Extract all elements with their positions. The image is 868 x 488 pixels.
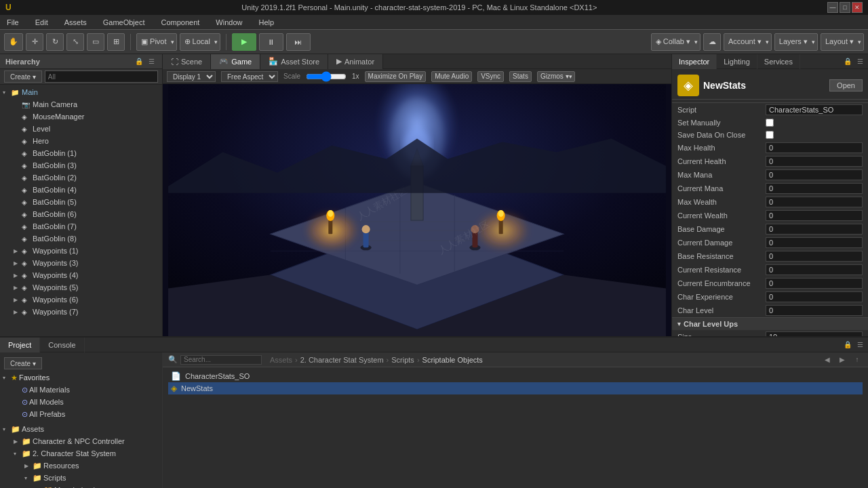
set-manually-checkbox[interactable] [766, 119, 774, 127]
asset-resources[interactable]: ▶ 📁 Resources [0, 460, 162, 472]
current-health-input[interactable] [766, 156, 863, 167]
hierarchy-lock-button[interactable]: 🔒 [134, 56, 144, 67]
hand-tool-button[interactable]: ✋ [4, 33, 23, 51]
play-button[interactable]: ▶ [232, 33, 256, 51]
move-tool-button[interactable]: ✛ [26, 33, 43, 51]
asset-monobehaviours[interactable]: 📁 Monobehaviours [0, 484, 162, 488]
max-health-input[interactable] [766, 142, 863, 153]
hierarchy-create-button[interactable]: Create ▾ [4, 70, 42, 83]
tab-animator[interactable]: ▶ Animator [328, 54, 383, 69]
mute-audio-button[interactable]: Mute Audio [431, 71, 472, 82]
stats-button[interactable]: Stats [509, 71, 532, 82]
menu-help[interactable]: Help [256, 17, 277, 28]
hierarchy-item-hero[interactable]: ◈ Hero [0, 135, 162, 147]
current-wealth-input[interactable] [766, 210, 863, 221]
current-resistance-input[interactable] [766, 264, 863, 275]
rect-tool-button[interactable]: ▭ [87, 33, 104, 51]
asset-scripts[interactable]: ▾ 📁 Scripts [0, 472, 162, 484]
hierarchy-item-main[interactable]: ▾ 📁 Main [0, 86, 162, 98]
display-select[interactable]: Display 1 [167, 71, 216, 82]
hierarchy-item-waypoints1[interactable]: ▶ ◈ Waypoints (1) [0, 245, 162, 257]
char-level-ups-section[interactable]: ▾ Char Level Ups [672, 317, 868, 330]
hierarchy-item-batgoblin1[interactable]: ◈ BatGoblin (1) [0, 147, 162, 159]
max-mana-input[interactable] [766, 169, 863, 180]
hierarchy-item-batgoblin4[interactable]: ◈ BatGoblin (4) [0, 184, 162, 196]
layers-button[interactable]: Layers ▾ [774, 33, 818, 51]
char-experience-input[interactable] [766, 291, 863, 302]
maximize-on-play-button[interactable]: Maximize On Play [365, 71, 427, 82]
menu-assets[interactable]: Assets [62, 17, 90, 28]
menu-component[interactable]: Component [158, 17, 202, 28]
project-create-button[interactable]: Create ▾ [4, 357, 42, 369]
menu-file[interactable]: File [4, 17, 22, 28]
project-lock-button[interactable]: 🔒 [842, 340, 853, 350]
minimize-button[interactable]: — [827, 2, 838, 13]
assets-root[interactable]: ▾ 📁 Assets [0, 423, 162, 435]
favorites-folder[interactable]: ▾ ★ Favorites [0, 371, 162, 384]
file-characterstats-so[interactable]: 📄 CharacterStats_SO [168, 370, 863, 382]
all-models-item[interactable]: ⊙ All Models [0, 396, 162, 408]
current-encumbrance-input[interactable] [766, 278, 863, 289]
layout-button[interactable]: Layout ▾ [821, 33, 864, 51]
all-materials-item[interactable]: ⊙ All Materials [0, 384, 162, 396]
hierarchy-search-input[interactable] [45, 70, 158, 83]
menu-gameobject[interactable]: GameObject [100, 17, 148, 28]
save-data-checkbox[interactable] [766, 131, 774, 139]
tab-inspector[interactable]: Inspector [672, 54, 717, 69]
hierarchy-item-waypoints6[interactable]: ▶ ◈ Waypoints (6) [0, 293, 162, 306]
tab-project[interactable]: Project [0, 338, 40, 352]
aspect-select[interactable]: Free Aspect [221, 71, 278, 82]
scale-slider[interactable] [306, 73, 347, 80]
inspector-menu-button[interactable]: ☰ [854, 56, 865, 67]
breadcrumb-nav-forward[interactable]: ▶ [837, 354, 848, 365]
tab-scene[interactable]: ⛶ Scene [163, 54, 211, 69]
tab-services[interactable]: Services [757, 54, 800, 69]
asset-char-stat-system[interactable]: ▾ 📁 2. Character Stat System [0, 447, 162, 460]
breadcrumb-nav-up[interactable]: ↑ [852, 354, 863, 365]
pause-button[interactable]: ⏸ [259, 33, 283, 51]
base-damage-input[interactable] [766, 224, 863, 235]
hierarchy-item-level[interactable]: ◈ Level [0, 123, 162, 135]
hierarchy-item-waypoints5[interactable]: ▶ ◈ Waypoints (5) [0, 281, 162, 293]
current-damage-input[interactable] [766, 237, 863, 248]
close-button[interactable]: ✕ [852, 2, 863, 13]
menu-edit[interactable]: Edit [33, 17, 51, 28]
breadcrumb-scriptable-objects[interactable]: Scriptable Objects [422, 356, 483, 364]
hierarchy-item-batgoblin6[interactable]: ◈ BatGoblin (6) [0, 208, 162, 220]
breadcrumb-nav-back[interactable]: ◀ [822, 354, 833, 365]
file-newstats[interactable]: ◈ NewStats [168, 382, 863, 394]
tab-game[interactable]: 🎮 Game [211, 54, 260, 69]
collab-button[interactable]: ◈ Collab ▾ [651, 33, 701, 51]
hierarchy-item-waypoints4[interactable]: ▶ ◈ Waypoints (4) [0, 269, 162, 281]
pivot-button[interactable]: ▣ Pivot [136, 33, 177, 51]
cloud-button[interactable]: ☁ [703, 33, 721, 51]
tab-lighting[interactable]: Lighting [717, 54, 757, 69]
scale-tool-button[interactable]: ⤡ [66, 33, 84, 51]
hierarchy-item-waypoints7[interactable]: ▶ ◈ Waypoints (7) [0, 306, 162, 318]
hierarchy-item-batgoblin2[interactable]: ◈ BatGoblin (2) [0, 171, 162, 184]
tab-console[interactable]: Console [40, 338, 84, 352]
all-prefabs-item[interactable]: ⊙ All Prefabs [0, 408, 162, 420]
char-level-input[interactable] [766, 305, 863, 316]
hierarchy-item-batgoblin8[interactable]: ◈ BatGoblin (8) [0, 232, 162, 245]
rotate-tool-button[interactable]: ↻ [46, 33, 64, 51]
script-value[interactable] [766, 104, 863, 115]
local-button[interactable]: ⊕ Local [180, 33, 220, 51]
max-wealth-input[interactable] [766, 197, 863, 207]
project-menu-button[interactable]: ☰ [854, 340, 865, 350]
step-button[interactable]: ⏭ [286, 33, 311, 51]
account-button[interactable]: Account ▾ [724, 33, 772, 51]
menu-window[interactable]: Window [213, 17, 245, 28]
base-resistance-input[interactable] [766, 251, 863, 262]
hierarchy-item-batgoblin5[interactable]: ◈ BatGoblin (5) [0, 196, 162, 208]
breadcrumb-char-stat[interactable]: 2. Character Stat System [300, 356, 384, 364]
tab-asset-store[interactable]: 🏪 Asset Store [260, 54, 328, 69]
project-search-input[interactable] [180, 355, 262, 365]
hierarchy-item-batgoblin7[interactable]: ◈ BatGoblin (7) [0, 220, 162, 232]
gizmos-button[interactable]: Gizmos ▾ [537, 71, 575, 82]
hierarchy-item-waypoints3[interactable]: ▶ ◈ Waypoints (3) [0, 257, 162, 269]
hierarchy-item-mousemanager[interactable]: ◈ MouseManager [0, 110, 162, 123]
breadcrumb-scripts[interactable]: Scripts [391, 356, 414, 364]
size-input[interactable] [766, 331, 863, 336]
asset-npc-controller[interactable]: ▶ 📁 Character & NPC Controller [0, 435, 162, 447]
